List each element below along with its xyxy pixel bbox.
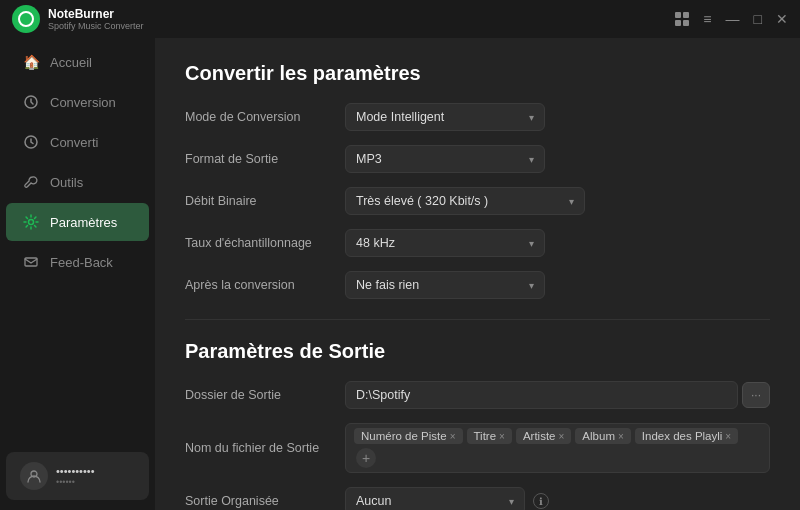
taux-echantillonnage-row: Taux d'échantillonnage 48 kHz ▾ xyxy=(185,229,770,257)
apres-conversion-select[interactable]: Ne fais rien ▾ xyxy=(345,271,545,299)
titlebar-controls: ≡ — □ ✕ xyxy=(675,12,788,26)
main-layout: 🏠 Accueil Conversion Converti xyxy=(0,38,800,510)
home-icon: 🏠 xyxy=(22,53,40,71)
sidebar-user[interactable]: •••••••••• •••••• xyxy=(6,452,149,500)
apres-conversion-control: Ne fais rien ▾ xyxy=(345,271,770,299)
format-sortie-row: Format de Sortie MP3 ▾ xyxy=(185,145,770,173)
mode-conversion-select[interactable]: Mode Intelligent ▾ xyxy=(345,103,545,131)
debit-binaire-control: Très élevé ( 320 Kbit/s ) ▾ xyxy=(345,187,770,215)
tag-close-icon[interactable]: × xyxy=(559,431,565,442)
tag-close-icon[interactable]: × xyxy=(450,431,456,442)
sidebar-item-conversion[interactable]: Conversion xyxy=(6,83,149,121)
folder-path-input[interactable] xyxy=(345,381,738,409)
app-logo-inner xyxy=(18,11,34,27)
chevron-down-icon: ▾ xyxy=(569,196,574,207)
tag-numero-piste: Numéro de Piste × xyxy=(354,428,463,444)
taux-echantillonnage-control: 48 kHz ▾ xyxy=(345,229,770,257)
chevron-down-icon: ▾ xyxy=(529,112,534,123)
sortie-organisee-control: Aucun ▾ ℹ xyxy=(345,487,549,510)
folder-path-control: ··· xyxy=(345,381,770,409)
clock-icon xyxy=(22,133,40,151)
tag-titre: Titre × xyxy=(467,428,512,444)
dossier-sortie-row: Dossier de Sortie ··· xyxy=(185,381,770,409)
chevron-down-icon: ▾ xyxy=(529,280,534,291)
svg-rect-2 xyxy=(25,258,37,266)
nom-fichier-label: Nom du fichier de Sortie xyxy=(185,441,345,455)
tag-artiste: Artiste × xyxy=(516,428,571,444)
maximize-button[interactable]: □ xyxy=(754,12,762,26)
sidebar-item-outils[interactable]: Outils xyxy=(6,163,149,201)
app-subtitle: Spotify Music Converter xyxy=(48,21,144,31)
taux-echantillonnage-select[interactable]: 48 kHz ▾ xyxy=(345,229,545,257)
app-title-block: NoteBurner Spotify Music Converter xyxy=(48,7,144,31)
apres-conversion-row: Après la conversion Ne fais rien ▾ xyxy=(185,271,770,299)
minimize-button[interactable]: — xyxy=(726,12,740,26)
mode-conversion-row: Mode de Conversion Mode Intelligent ▾ xyxy=(185,103,770,131)
settings-icon xyxy=(22,213,40,231)
conversion-section-title: Convertir les paramètres xyxy=(185,62,770,85)
apres-conversion-label: Après la conversion xyxy=(185,278,345,292)
tag-label: Album xyxy=(582,430,615,442)
sidebar-label-outils: Outils xyxy=(50,175,83,190)
format-sortie-label: Format de Sortie xyxy=(185,152,345,166)
user-info: •••••••••• •••••• xyxy=(56,465,95,487)
mail-icon xyxy=(22,253,40,271)
browse-button[interactable]: ··· xyxy=(742,382,770,408)
sidebar-item-parametres[interactable]: Paramètres xyxy=(6,203,149,241)
sidebar-label-parametres: Paramètres xyxy=(50,215,117,230)
output-section: Paramètres de Sortie Dossier de Sortie ·… xyxy=(185,340,770,510)
svg-point-1 xyxy=(29,220,34,225)
filename-tags-container: Numéro de Piste × Titre × Artiste × Albu… xyxy=(345,423,770,473)
output-section-title: Paramètres de Sortie xyxy=(185,340,770,363)
user-subtitle: •••••• xyxy=(56,477,95,487)
sortie-organisee-row: Sortie Organisée Aucun ▾ ℹ xyxy=(185,487,770,510)
user-avatar xyxy=(20,462,48,490)
sidebar-item-feedback[interactable]: Feed-Back xyxy=(6,243,149,281)
titlebar: NoteBurner Spotify Music Converter ≡ — □… xyxy=(0,0,800,38)
debit-binaire-select[interactable]: Très élevé ( 320 Kbit/s ) ▾ xyxy=(345,187,585,215)
nom-fichier-row: Nom du fichier de Sortie Numéro de Piste… xyxy=(185,423,770,473)
tag-index: Index des Playli × xyxy=(635,428,738,444)
conversion-icon xyxy=(22,93,40,111)
titlebar-left: NoteBurner Spotify Music Converter xyxy=(12,5,144,33)
sidebar: 🏠 Accueil Conversion Converti xyxy=(0,38,155,510)
format-sortie-select[interactable]: MP3 ▾ xyxy=(345,145,545,173)
chevron-down-icon: ▾ xyxy=(509,496,514,507)
taux-echantillonnage-label: Taux d'échantillonnage xyxy=(185,236,345,250)
sortie-organisee-select[interactable]: Aucun ▾ xyxy=(345,487,525,510)
section-divider-1 xyxy=(185,319,770,320)
tag-close-icon[interactable]: × xyxy=(618,431,624,442)
dossier-sortie-label: Dossier de Sortie xyxy=(185,388,345,402)
tag-add-button[interactable]: + xyxy=(356,448,376,468)
sidebar-bottom: •••••••••• •••••• xyxy=(0,450,155,510)
sortie-organisee-label: Sortie Organisée xyxy=(185,494,345,508)
sidebar-item-accueil[interactable]: 🏠 Accueil xyxy=(6,43,149,81)
info-icon[interactable]: ℹ xyxy=(533,493,549,509)
tag-label: Titre xyxy=(474,430,497,442)
tag-label: Index des Playli xyxy=(642,430,723,442)
sidebar-item-converti[interactable]: Converti xyxy=(6,123,149,161)
chevron-down-icon: ▾ xyxy=(529,154,534,165)
debit-binaire-row: Débit Binaire Très élevé ( 320 Kbit/s ) … xyxy=(185,187,770,215)
sidebar-label-feedback: Feed-Back xyxy=(50,255,113,270)
tools-icon xyxy=(22,173,40,191)
user-name: •••••••••• xyxy=(56,465,95,477)
app-name: NoteBurner xyxy=(48,7,144,21)
chevron-down-icon: ▾ xyxy=(529,238,534,249)
format-sortie-control: MP3 ▾ xyxy=(345,145,770,173)
grid-icon[interactable] xyxy=(675,12,689,26)
tag-close-icon[interactable]: × xyxy=(499,431,505,442)
sidebar-label-accueil: Accueil xyxy=(50,55,92,70)
mode-conversion-label: Mode de Conversion xyxy=(185,110,345,124)
tag-label: Artiste xyxy=(523,430,556,442)
conversion-section: Convertir les paramètres Mode de Convers… xyxy=(185,62,770,299)
tag-album: Album × xyxy=(575,428,630,444)
close-button[interactable]: ✕ xyxy=(776,12,788,26)
content-area: Convertir les paramètres Mode de Convers… xyxy=(155,38,800,510)
mode-conversion-control: Mode Intelligent ▾ xyxy=(345,103,770,131)
sidebar-label-converti: Converti xyxy=(50,135,98,150)
menu-icon[interactable]: ≡ xyxy=(703,12,711,26)
tag-close-icon[interactable]: × xyxy=(725,431,731,442)
sidebar-label-conversion: Conversion xyxy=(50,95,116,110)
app-logo xyxy=(12,5,40,33)
